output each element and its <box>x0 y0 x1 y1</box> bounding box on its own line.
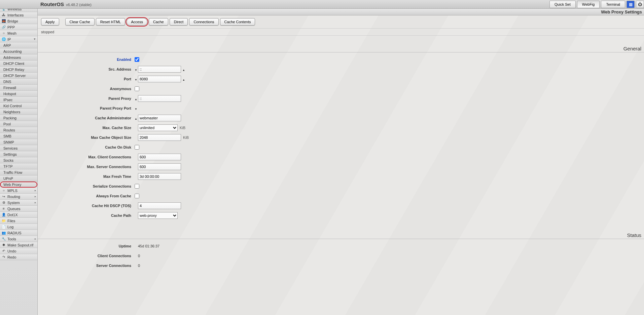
sidebar-sub-dhcp-relay[interactable]: DHCP Relay <box>0 67 37 73</box>
form-general: Enabled Src. Address Port <box>38 52 644 222</box>
sidebar-sub-packing[interactable]: Packing <box>0 115 37 121</box>
sidebar-item-queues[interactable]: ≡Queues <box>0 206 37 212</box>
chevron-right-icon: ▸ <box>35 195 36 198</box>
cache-contents-button[interactable]: Cache Contents <box>220 18 255 26</box>
sidebar-sub-addresses[interactable]: Addresses <box>0 54 37 61</box>
menu-icon: ↪ <box>1 194 6 199</box>
src-collapse-icon[interactable] <box>135 68 138 71</box>
sidebar-sub-routes[interactable]: Routes <box>0 127 37 133</box>
sidebar-sub-smb[interactable]: SMB <box>0 133 37 139</box>
max-server-conn-input[interactable] <box>138 163 181 170</box>
sidebar-item-label: RADIUS <box>7 231 22 235</box>
sidebar-sub-socks[interactable]: Socks <box>0 157 37 163</box>
cache-admin-collapse-icon[interactable] <box>135 116 138 120</box>
label-max-cache-size: Max. Cache Size <box>38 126 135 130</box>
anonymous-checkbox[interactable] <box>135 86 139 91</box>
port-collapse-icon[interactable] <box>135 77 138 81</box>
parent-proxy-port-collapse-icon[interactable] <box>135 107 138 110</box>
label-client-conn: Client Connections <box>38 254 135 258</box>
max-cache-obj-unit: KiB <box>183 135 189 140</box>
connections-button[interactable]: Connections <box>189 18 218 26</box>
menu-icon: 📁 <box>1 219 6 223</box>
sidebar-sub-web-proxy[interactable]: Web Proxy <box>0 182 37 188</box>
sidebar-sub-accounting[interactable]: Accounting <box>0 48 37 54</box>
sidebar-item-mesh[interactable]: ○Mesh <box>0 30 37 36</box>
menu-icon: 👥 <box>1 231 6 235</box>
sidebar-item-mpls[interactable]: ○MPLS▸ <box>0 188 37 194</box>
dscp-input[interactable] <box>138 202 181 209</box>
reset-html-button[interactable]: Reset HTML <box>96 18 126 26</box>
cache-admin-input[interactable] <box>138 115 181 121</box>
sidebar-sub-snmp[interactable]: SNMP <box>0 139 37 145</box>
max-cache-size-select[interactable]: unlimited <box>138 124 178 131</box>
src-address-input[interactable] <box>138 66 181 73</box>
sidebar-item-make-supoutrif[interactable]: ✱Make Supout.rif <box>0 242 37 248</box>
sidebar-sub-pool[interactable]: Pool <box>0 121 37 127</box>
sidebar-item-label: Bridge <box>7 19 18 23</box>
sidebar-sub-services[interactable]: Services <box>0 145 37 151</box>
quickset-button[interactable]: Quick Set <box>549 1 576 8</box>
sidebar-item-system[interactable]: ⚙System▸ <box>0 200 37 206</box>
max-client-conn-input[interactable] <box>138 154 181 160</box>
label-dscp: Cache Hit DSCP (TOS) <box>38 204 135 208</box>
menu-icon: 🖧 <box>1 13 6 17</box>
sidebar-sub-firewall[interactable]: Firewall <box>0 85 37 91</box>
sidebar-item-undo[interactable]: ↶Undo <box>0 248 37 254</box>
sidebar-item-tools[interactable]: 🔧Tools▸ <box>0 236 37 242</box>
sidebar-item-routing[interactable]: ↪Routing▸ <box>0 194 37 200</box>
clear-cache-button[interactable]: Clear Cache <box>65 18 95 26</box>
sidebar-item-ppp[interactable]: 🔗PPP <box>0 24 37 30</box>
sidebar-item-radius[interactable]: 👥RADIUS <box>0 230 37 236</box>
menu-icon: 🔗 <box>1 25 6 30</box>
sidebar-item-redo[interactable]: ↷Redo <box>0 254 37 260</box>
always-cache-checkbox[interactable] <box>135 194 139 198</box>
max-fresh-input[interactable] <box>138 173 181 180</box>
sidebar-sub-tftp[interactable]: TFTP <box>0 163 37 169</box>
parent-proxy-collapse-icon[interactable] <box>135 97 138 100</box>
sidebar-item-label: Queues <box>7 207 21 211</box>
label-max-cache-obj: Max Cache Object Size <box>38 135 135 140</box>
parent-proxy-input[interactable] <box>138 95 181 102</box>
direct-button[interactable]: Direct <box>170 18 188 26</box>
max-cache-obj-input[interactable] <box>138 134 181 141</box>
port-add-icon[interactable] <box>182 77 186 81</box>
sidebar: 📶CAPsMAN📡Wireless🖧Interfaces🌉Bridge🔗PPP○… <box>0 0 38 315</box>
sidebar-item-interfaces[interactable]: 🖧Interfaces <box>0 12 37 18</box>
cache-path-select[interactable]: web-proxy <box>138 212 178 219</box>
webfig-button[interactable]: WebFig <box>577 1 600 8</box>
sidebar-item-ip[interactable]: 🌐IP▼ <box>0 36 37 42</box>
sidebar-sub-dhcp-client[interactable]: DHCP Client <box>0 61 37 67</box>
sidebar-sub-dhcp-server[interactable]: DHCP Server <box>0 73 37 79</box>
enabled-checkbox[interactable] <box>135 57 139 62</box>
sidebar-sub-hotspot[interactable]: Hotspot <box>0 91 37 97</box>
cache-on-disk-checkbox[interactable] <box>135 145 139 150</box>
sidebar-item-dot1x[interactable]: 👤Dot1X <box>0 212 37 218</box>
sidebar-sub-arp[interactable]: ARP <box>0 42 37 48</box>
cache-button[interactable]: Cache <box>149 18 168 26</box>
label-enabled[interactable]: Enabled <box>38 57 135 62</box>
label-always-cache: Always From Cache <box>38 194 135 198</box>
apply-button[interactable]: Apply <box>41 18 59 26</box>
sidebar-sub-neighbors[interactable]: Neighbors <box>0 109 37 115</box>
serialize-checkbox[interactable] <box>135 184 139 189</box>
sidebar-sub-dns[interactable]: DNS <box>0 79 37 85</box>
src-add-icon[interactable] <box>182 68 186 71</box>
server-conn-value: 0 <box>138 264 140 268</box>
dashboard-icon[interactable]: ▦ <box>627 1 635 8</box>
sidebar-item-bridge[interactable]: 🌉Bridge <box>0 18 37 24</box>
sidebar-item-files[interactable]: 📁Files <box>0 218 37 224</box>
access-button[interactable]: Access <box>127 18 147 26</box>
sidebar-sub-settings[interactable]: Settings <box>0 151 37 157</box>
port-input[interactable] <box>138 76 181 82</box>
sidebar-item-label: Files <box>7 219 15 223</box>
label-parent-proxy-port: Parent Proxy Port <box>38 106 135 110</box>
sidebar-sub-kid-control[interactable]: Kid Control <box>0 103 37 109</box>
label-src-address: Src. Address <box>38 67 135 71</box>
main-content: RouterOS v6.48.2 (stable) Quick Set WebF… <box>38 0 644 315</box>
logout-icon[interactable]: ⏻ <box>636 1 644 8</box>
sidebar-sub-upnp[interactable]: UPnP <box>0 175 37 182</box>
sidebar-sub-ipsec[interactable]: IPsec <box>0 97 37 103</box>
terminal-button[interactable]: Terminal <box>601 1 625 8</box>
sidebar-item-log[interactable]: 📄Log <box>0 224 37 230</box>
sidebar-sub-traffic-flow[interactable]: Traffic Flow <box>0 169 37 175</box>
